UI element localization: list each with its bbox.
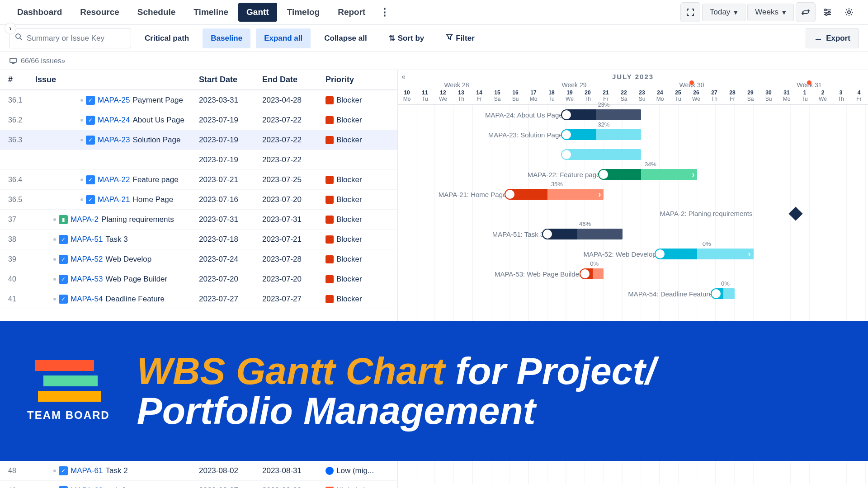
issuetype-icon: ✓ <box>86 195 95 204</box>
tab-dashboard[interactable]: Dashboard <box>9 3 70 22</box>
milestone-diamond[interactable] <box>789 206 803 221</box>
gantt-bar[interactable]: MAPA-21: Home Page35%› <box>510 189 604 200</box>
table-row[interactable]: 38 ✓ MAPA-51 Task 3 2023-07-18 2023-07-2… <box>0 230 397 249</box>
avatar[interactable] <box>580 268 590 279</box>
fullscreen-icon[interactable] <box>680 2 700 22</box>
table-row[interactable]: 36.3 ✓ MAPA-23 Solution Page 2023-07-19 … <box>0 130 397 150</box>
issuetype-icon: ✓ <box>86 96 95 105</box>
search-input[interactable]: Summary or Issue Key <box>9 28 131 48</box>
day-label: 25Tu <box>669 89 687 104</box>
gantt-bar-label: MAPA-22: Feature page <box>528 171 600 178</box>
collapse-panel-icon[interactable]: » <box>61 57 859 65</box>
settings-sliders-icon[interactable] <box>817 2 837 22</box>
gantt-progress-label: 35% <box>551 181 563 188</box>
day-label: 28Fr <box>723 89 741 104</box>
gantt-bar[interactable]: MAPA-54: Deadline Feature0% <box>716 288 735 299</box>
issue-key[interactable]: MAPA-62 <box>71 486 103 488</box>
gantt-bar[interactable]: MAPA-23: Solution Page32% <box>566 129 642 140</box>
col-header-end[interactable]: End Date <box>262 75 326 84</box>
avatar[interactable] <box>542 229 553 239</box>
issue-key[interactable]: MAPA-23 <box>98 136 130 145</box>
priority-icon <box>326 235 334 244</box>
toolbar: Summary or Issue Key Critical path Basel… <box>0 25 868 52</box>
issue-key[interactable]: MAPA-2 <box>71 215 99 224</box>
day-label: 10Mo <box>398 89 416 104</box>
sidebar-toggle[interactable]: › <box>5 23 16 34</box>
issue-count-text: 66/66 issues <box>21 57 61 65</box>
expand-all-button[interactable]: Expand all <box>256 28 311 48</box>
issuetype-icon: ✓ <box>59 255 68 264</box>
tab-timeline[interactable]: Timeline <box>185 3 236 22</box>
gantt-progress-label: 0% <box>590 260 599 267</box>
issue-key[interactable]: MAPA-51 <box>71 235 103 244</box>
avatar[interactable] <box>711 288 722 299</box>
day-label: 20Th <box>579 89 597 104</box>
day-label: 11Tu <box>416 89 434 104</box>
day-label: 13Th <box>452 89 470 104</box>
today-dropdown[interactable]: Today▾ <box>702 4 745 21</box>
gantt-bar-label: MAPA-23: Solution Page <box>488 131 563 139</box>
priority-icon <box>326 136 334 144</box>
issue-key[interactable]: MAPA-53 <box>71 275 103 284</box>
export-button[interactable]: Export <box>806 28 859 48</box>
table-row[interactable]: 40 ✓ MAPA-53 Web Page Builder 2023-07-20… <box>0 269 397 289</box>
table-row[interactable]: 37 ▮ MAPA-2 Planing requirements 2023-07… <box>0 210 397 230</box>
issuetype-icon: ▮ <box>59 215 68 224</box>
avatar[interactable] <box>505 189 515 200</box>
table-row[interactable]: 48 ✓ MAPA-61 Task 2 2023-08-02 2023-08-3… <box>0 461 398 481</box>
priority-icon <box>326 467 334 475</box>
tab-report[interactable]: Report <box>330 3 373 22</box>
tab-more[interactable]: ⋮ <box>375 3 394 22</box>
col-header-start[interactable]: Start Date <box>199 75 262 84</box>
gantt-progress-label: 0% <box>703 240 711 247</box>
issue-key[interactable]: MAPA-22 <box>98 175 130 184</box>
issue-key[interactable]: MAPA-52 <box>71 255 103 264</box>
issue-key[interactable]: MAPA-21 <box>98 195 130 204</box>
day-label: 31Mo <box>778 89 796 104</box>
tab-schedule[interactable]: Schedule <box>129 3 184 22</box>
day-label: 30Su <box>760 89 778 104</box>
refresh-icon[interactable] <box>796 2 816 22</box>
chevron-down-icon: ▾ <box>734 8 738 17</box>
issue-key[interactable]: MAPA-25 <box>98 96 130 105</box>
table-row[interactable]: 2023-07-19 2023-07-22 <box>0 150 397 170</box>
tab-timelog[interactable]: Timelog <box>279 3 328 22</box>
issue-key[interactable]: MAPA-61 <box>71 466 103 475</box>
baseline-button[interactable]: Baseline <box>203 28 250 48</box>
weeks-dropdown[interactable]: Weeks▾ <box>747 4 794 21</box>
col-header-num[interactable]: # <box>0 75 27 84</box>
avatar[interactable] <box>561 109 572 120</box>
issue-key[interactable]: MAPA-24 <box>98 116 130 125</box>
table-row[interactable]: 36.5 ✓ MAPA-21 Home Page 2023-07-16 2023… <box>0 190 397 210</box>
col-header-issue[interactable]: Issue <box>27 75 199 84</box>
gantt-bar[interactable]: MAPA-22: Feature page34%› <box>604 169 697 180</box>
svg-point-3 <box>848 11 850 14</box>
gantt-bar[interactable] <box>566 149 642 160</box>
gantt-bar[interactable]: MAPA-24: About Us Page23% <box>566 109 642 120</box>
gear-icon[interactable] <box>839 2 859 22</box>
gantt-bar[interactable]: MAPA-52: Web Develop0%› <box>660 249 754 259</box>
gantt-progress-label: 32% <box>598 121 609 128</box>
collapse-all-button[interactable]: Collapse all <box>316 28 375 48</box>
table-row[interactable]: 39 ✓ MAPA-52 Web Develop 2023-07-24 2023… <box>0 249 397 269</box>
filter-icon <box>446 33 453 43</box>
avatar[interactable] <box>655 249 665 259</box>
gantt-bar[interactable]: MAPA-51: Task 346% <box>547 229 623 239</box>
table-row[interactable]: 36.1 ✓ MAPA-25 Payment Page 2023-03-31 2… <box>0 90 397 110</box>
table-row[interactable]: 41 ✓ MAPA-54 Deadline Feature 2023-07-27… <box>0 289 397 309</box>
col-header-priority[interactable]: Priority <box>326 75 389 84</box>
sort-by-button[interactable]: ⇅Sort by <box>381 28 433 48</box>
banner-headline: WBS Gantt Chart for Project/ Portfolio M… <box>137 351 656 431</box>
issue-key[interactable]: MAPA-54 <box>71 295 103 304</box>
avatar[interactable] <box>561 149 572 160</box>
table-row[interactable]: 49 ✓ MAPA-62 task 3 2023-08-07 2023-09-3… <box>0 481 398 488</box>
gantt-bar[interactable]: MAPA-53: Web Page Builder0% <box>585 268 604 279</box>
tab-resource[interactable]: Resource <box>72 3 127 22</box>
avatar[interactable] <box>598 169 609 180</box>
table-row[interactable]: 36.2 ✓ MAPA-24 About Us Page 2023-07-19 … <box>0 110 397 130</box>
critical-path-button[interactable]: Critical path <box>137 28 197 48</box>
tab-gantt[interactable]: Gantt <box>238 3 277 22</box>
filter-button[interactable]: Filter <box>438 28 483 48</box>
table-row[interactable]: 36.4 ✓ MAPA-22 Feature page 2023-07-21 2… <box>0 170 397 190</box>
avatar[interactable] <box>561 129 572 140</box>
